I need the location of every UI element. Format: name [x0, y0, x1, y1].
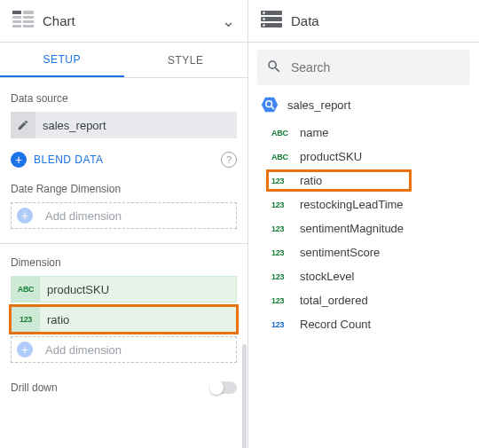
field-name: ratio [300, 174, 322, 187]
drill-down-toggle[interactable] [210, 381, 237, 394]
data-panel: Data sales_report ABCnameABCproductSKU12… [248, 0, 479, 448]
pencil-icon[interactable] [11, 112, 35, 138]
type-badge: ABC [271, 129, 293, 138]
field-row-sentimentscore[interactable]: 123sentimentScore [259, 240, 474, 264]
add-dimension-text: Add dimension [45, 343, 122, 357]
data-source-name: sales_report [35, 119, 106, 132]
type-badge: 123 [271, 272, 293, 281]
field-row-record-count[interactable]: 123Record Count [259, 312, 474, 336]
data-source-header[interactable]: sales_report [248, 92, 479, 121]
dimension-name: productSKU [40, 283, 109, 296]
field-row-stocklevel[interactable]: 123stockLevel [259, 264, 474, 288]
svg-rect-3 [23, 16, 34, 19]
search-bar[interactable] [257, 50, 470, 85]
svg-rect-4 [12, 20, 21, 23]
type-badge: 123 [271, 248, 293, 257]
field-row-sentimentmagnitude[interactable]: 123sentimentMagnitude [259, 216, 474, 240]
drill-down-row: Drill down [11, 375, 237, 400]
svg-rect-6 [12, 25, 21, 28]
scrollbar[interactable] [242, 344, 247, 448]
svg-marker-14 [262, 98, 278, 113]
field-name: name [300, 126, 329, 139]
chart-panel: Chart ⌄ SETUP STYLE Data source sales_re… [0, 0, 248, 448]
field-name: sentimentScore [300, 246, 380, 259]
date-range-label: Date Range Dimension [11, 183, 237, 195]
divider [0, 243, 247, 244]
plus-icon: + [17, 208, 33, 224]
type-badge: 123 [271, 296, 293, 305]
table-chart-icon [12, 11, 34, 31]
chart-panel-header[interactable]: Chart ⌄ [0, 0, 247, 43]
field-row-name[interactable]: ABCname [259, 121, 474, 145]
tab-setup[interactable]: SETUP [0, 43, 124, 77]
search-icon [266, 59, 282, 77]
field-row-productsku[interactable]: ABCproductSKU [259, 145, 474, 169]
chart-panel-title: Chart [43, 13, 75, 28]
field-row-restockingleadtime[interactable]: 123restockingLeadTime [259, 193, 474, 216]
field-name: total_ordered [300, 294, 368, 307]
field-row-ratio[interactable]: 123ratio [259, 169, 474, 193]
type-badge: 123 [271, 177, 293, 185]
data-panel-header: Data [248, 0, 479, 43]
field-name: stockLevel [300, 270, 354, 283]
type-badge: ABC [271, 153, 293, 161]
field-name: sentimentMagnitude [300, 222, 404, 235]
blend-data-row[interactable]: + BLEND DATA ? [11, 147, 237, 172]
dimension-chip-productsku[interactable]: ABC productSKU [11, 276, 237, 303]
type-badge-abc: ABC [12, 277, 40, 302]
data-source-label: Data source [11, 92, 237, 105]
tab-style[interactable]: STYLE [124, 43, 248, 77]
plus-icon: + [11, 152, 27, 168]
svg-rect-1 [23, 11, 34, 14]
svg-point-13 [263, 24, 264, 26]
svg-point-9 [263, 12, 264, 13]
field-name: restockingLeadTime [300, 198, 404, 211]
plus-icon: + [17, 342, 33, 358]
bigquery-icon [261, 96, 279, 114]
field-name: productSKU [300, 150, 362, 163]
field-name: Record Count [300, 318, 371, 331]
add-dimension-slot[interactable]: + Add dimension [11, 336, 237, 363]
database-icon [261, 11, 282, 31]
search-input[interactable] [291, 60, 461, 75]
type-badge: 123 [271, 200, 293, 209]
blend-data-label: BLEND DATA [34, 153, 221, 166]
data-source-name: sales_report [287, 98, 351, 112]
help-icon[interactable]: ? [221, 152, 237, 168]
chevron-down-icon[interactable]: ⌄ [222, 12, 235, 31]
drill-down-label: Drill down [11, 381, 210, 394]
svg-rect-0 [12, 11, 21, 14]
dimension-chip-ratio[interactable]: 123 ratio [11, 306, 237, 333]
data-source-row[interactable]: sales_report [11, 112, 237, 138]
tabs: SETUP STYLE [0, 43, 247, 78]
type-badge: 123 [271, 224, 293, 233]
type-badge-123: 123 [12, 307, 40, 332]
svg-point-11 [263, 18, 264, 20]
field-row-total-ordered[interactable]: 123total_ordered [259, 288, 474, 312]
svg-rect-5 [23, 20, 34, 23]
data-panel-title: Data [291, 13, 319, 28]
date-range-slot[interactable]: + Add dimension [11, 202, 237, 229]
dimension-label: Dimension [11, 256, 237, 269]
field-list: ABCnameABCproductSKU123ratio123restockin… [248, 121, 479, 336]
type-badge: 123 [271, 320, 293, 329]
svg-rect-7 [23, 25, 34, 28]
dimension-name: ratio [40, 313, 69, 326]
svg-rect-2 [12, 16, 21, 19]
add-dimension-text: Add dimension [45, 209, 122, 223]
